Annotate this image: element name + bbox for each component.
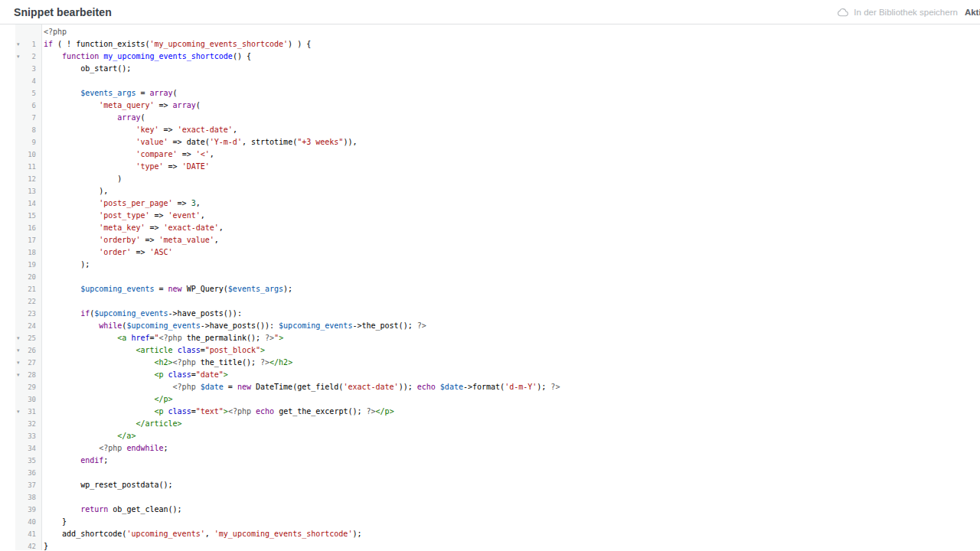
code-text: <p class="text"><?php echo get_the_excer… [39,406,394,418]
code-line[interactable]: 8 'key' => 'exact-date', [0,124,980,136]
code-text: <?php [39,26,67,38]
active-toggle[interactable]: Aktiv [965,8,980,17]
fold-gutter [17,210,26,222]
code-text [39,271,44,283]
fold-gutter [17,491,26,504]
code-text [39,295,44,308]
fold-arrow-icon[interactable]: ▾ [17,344,26,357]
fold-gutter [17,75,26,87]
fold-gutter [17,479,26,491]
code-text: wp_reset_postdata(); [39,479,173,491]
code-line[interactable]: 6 'meta_query' => array( [0,99,980,112]
code-area[interactable]: <?php▾1if ( ! function_exists('my_upcomi… [0,24,980,551]
code-line[interactable]: ▾26 <article class="post_block"> [0,344,980,357]
code-line[interactable]: 18 'order' => 'ASC' [0,246,980,259]
code-line[interactable]: ▾27 <h2><?php the_title(); ?></h2> [0,357,980,369]
fold-gutter [17,222,26,234]
line-number: 13 [26,185,39,197]
code-text: function my_upcoming_events_shortcode() … [39,51,251,63]
code-line[interactable]: 37 wp_reset_postdata(); [0,479,980,491]
fold-arrow-icon[interactable]: ▾ [17,332,26,344]
code-line[interactable]: 15 'post_type' => 'event', [0,210,980,222]
code-line[interactable]: 19 ); [0,259,980,271]
code-text: <p class="date"> [39,369,228,381]
code-line[interactable]: 22 [0,295,980,308]
line-number: 29 [26,381,39,393]
fold-gutter [17,455,26,467]
fold-gutter [17,161,26,173]
code-line[interactable]: 29 <?php $date = new DateTime(get_field(… [0,381,980,393]
code-line[interactable]: ▾31 <p class="text"><?php echo get_the_e… [0,406,980,418]
line-number: 38 [26,491,39,504]
code-line[interactable]: ▾28 <p class="date"> [0,369,980,381]
code-text: ) [39,173,122,185]
line-number: 8 [26,124,39,136]
fold-arrow-icon[interactable]: ▾ [17,51,26,63]
code-line[interactable]: 36 [0,467,980,479]
code-line[interactable]: 9 'value' => date('Y-m-d', strtotime("+3… [0,136,980,148]
line-number: 5 [26,87,39,99]
line-number: 40 [26,516,39,528]
fold-gutter [17,442,26,455]
fold-arrow-icon[interactable]: ▾ [17,38,26,51]
fold-gutter [17,234,26,246]
code-line[interactable]: 40 } [0,516,980,528]
code-line[interactable]: 24 while($upcoming_events->have_posts())… [0,320,980,332]
code-text: </article> [39,418,182,430]
code-line[interactable]: 39 return ob_get_clean(); [0,504,980,516]
code-text: 'post_type' => 'event', [39,210,205,222]
code-line[interactable]: 7 array( [0,112,980,124]
code-line[interactable]: 17 'orderby' => 'meta_value', [0,234,980,246]
code-line[interactable]: 32 </article> [0,418,980,430]
fold-gutter [17,283,26,295]
code-line[interactable]: 20 [0,271,980,283]
code-text: ob_start(); [39,63,131,75]
code-line[interactable]: 4 [0,75,980,87]
code-line[interactable]: 23 if($upcoming_events->have_posts()): [0,308,980,320]
code-text: 'type' => 'DATE' [39,161,210,173]
fold-arrow-icon[interactable]: ▾ [17,369,26,381]
code-text: <?php endwhile; [39,442,168,455]
code-line[interactable]: 10 'compare' => '<', [0,148,980,161]
code-line[interactable]: 3 ob_start(); [0,63,980,75]
code-line[interactable]: 16 'meta_key' => 'exact-date', [0,222,980,234]
code-line[interactable]: 34 <?php endwhile; [0,442,980,455]
code-line[interactable]: 41 add_shortcode('upcoming_events', 'my_… [0,528,980,540]
line-number: 12 [26,173,39,185]
code-line[interactable]: 13 ), [0,185,980,197]
line-number: 6 [26,99,39,112]
fold-gutter [17,393,26,406]
code-text [39,491,44,504]
code-text: $events_args = array( [39,87,178,99]
code-line[interactable]: 42} [0,540,980,551]
code-line[interactable]: 38 [0,491,980,504]
line-number: 24 [26,320,39,332]
code-editor[interactable]: <?php▾1if ( ! function_exists('my_upcomi… [0,24,980,550]
line-number: 9 [26,136,39,148]
save-to-library-label: In der Bibliothek speichern [854,8,958,17]
code-line[interactable]: ▾1if ( ! function_exists('my_upcoming_ev… [0,38,980,51]
code-line[interactable]: ▾25 <a href="<?php the_permalink(); ?>"> [0,332,980,344]
fold-gutter [17,308,26,320]
code-line[interactable]: 21 $upcoming_events = new WP_Query($even… [0,283,980,295]
fold-gutter [17,148,26,161]
code-line[interactable]: 14 'posts_per_page' => 3, [0,197,980,210]
fold-gutter [17,63,26,75]
code-line[interactable]: 33 </a> [0,430,980,442]
line-number: 7 [26,112,39,124]
code-line[interactable]: 35 endif; [0,455,980,467]
fold-arrow-icon[interactable]: ▾ [17,357,26,369]
line-number: 10 [26,148,39,161]
code-line[interactable]: 5 $events_args = array( [0,87,980,99]
code-line[interactable]: 12 ) [0,173,980,185]
code-line[interactable]: 11 'type' => 'DATE' [0,161,980,173]
line-number: 1 [26,38,39,51]
line-number: 41 [26,528,39,540]
code-text: 'key' => 'exact-date', [39,124,237,136]
fold-arrow-icon[interactable]: ▾ [17,406,26,418]
code-line[interactable]: ▾2 function my_upcoming_events_shortcode… [0,51,980,63]
save-to-library-button[interactable]: In der Bibliothek speichern [837,8,958,17]
line-number: 36 [26,467,39,479]
code-line[interactable]: <?php [0,26,980,38]
code-line[interactable]: 30 </p> [0,393,980,406]
